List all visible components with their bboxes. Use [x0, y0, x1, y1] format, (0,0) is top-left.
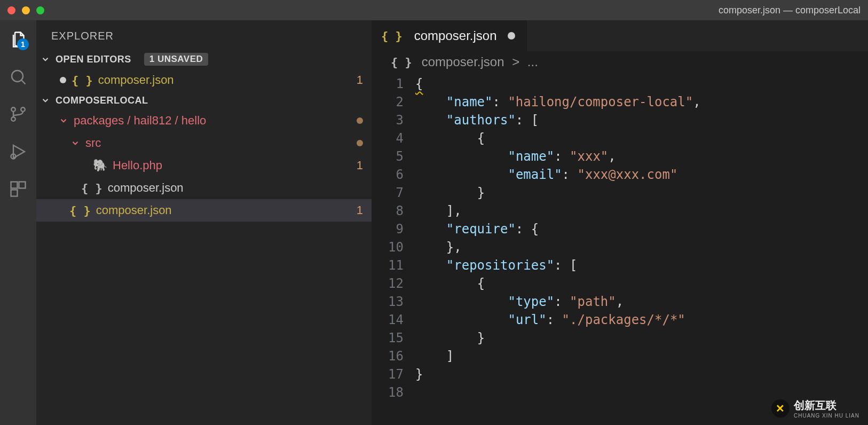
code-content[interactable]: "repositories": [	[415, 256, 868, 274]
code-content[interactable]: {	[415, 274, 868, 293]
line-number: 16	[372, 347, 415, 365]
php-file-icon: 🐘	[93, 159, 107, 172]
code-content[interactable]: "name": "xxx",	[415, 147, 868, 166]
code-line[interactable]: 5 "name": "xxx",	[372, 147, 868, 166]
code-line[interactable]: 6 "email": "xxx@xxx.com"	[372, 166, 868, 184]
line-number: 1	[372, 75, 415, 93]
chevron-down-icon	[40, 95, 51, 106]
search-tab[interactable]	[9, 67, 28, 86]
line-number: 12	[372, 274, 415, 293]
json-file-icon: { }	[391, 56, 412, 69]
unsaved-pill: 1 UNSAVED	[144, 53, 209, 66]
tree-row[interactable]: packages / hail812 / hello	[36, 109, 372, 132]
explorer-badge: 1	[17, 38, 29, 50]
code-content[interactable]: }	[415, 184, 868, 202]
watermark-sub: CHUANG XIN HU LIAN	[794, 413, 859, 419]
code-line[interactable]: 7 }	[372, 184, 868, 202]
code-content[interactable]: "type": "path",	[415, 293, 868, 311]
svg-rect-8	[19, 182, 26, 188]
chevron-down-icon	[40, 53, 51, 65]
workspace-section[interactable]: COMPOSERLOCAL	[36, 91, 372, 109]
window-controls	[7, 6, 44, 14]
code-content[interactable]: }	[415, 365, 868, 383]
svg-rect-7	[11, 182, 18, 188]
line-number: 2	[372, 93, 415, 111]
code-content[interactable]: ],	[415, 202, 868, 220]
code-line[interactable]: 11 "repositories": [	[372, 256, 868, 274]
code-content[interactable]: ]	[415, 347, 868, 365]
breadcrumb-rest: ...	[527, 54, 538, 69]
open-editors-label: OPEN EDITORS	[56, 54, 131, 65]
line-number: 7	[372, 184, 415, 202]
svg-point-3	[11, 117, 15, 121]
code-line[interactable]: 12 {	[372, 274, 868, 293]
line-number: 6	[372, 166, 415, 184]
code-line[interactable]: 17}	[372, 365, 868, 383]
code-line[interactable]: 16 ]	[372, 347, 868, 365]
window-titlebar: composer.json — composerLocal	[0, 0, 868, 20]
line-number: 9	[372, 220, 415, 238]
code-editor[interactable]: 1{2 "name": "hailong/composer-local",3 "…	[372, 73, 868, 425]
code-content[interactable]: "url": "./packages/*/*"	[415, 311, 868, 329]
tree-label: Hello.php	[113, 159, 162, 172]
dirty-dot-icon	[60, 77, 66, 83]
open-editor-item[interactable]: { } composer.json 1	[36, 69, 372, 91]
code-line[interactable]: 13 "type": "path",	[372, 293, 868, 311]
maximize-window-button[interactable]	[36, 6, 44, 14]
chevron-down-icon	[69, 138, 81, 148]
line-number: 10	[372, 238, 415, 256]
modified-dot-icon	[357, 117, 363, 124]
svg-point-4	[21, 107, 25, 112]
tree-row[interactable]: 🐘Hello.php1	[36, 154, 372, 177]
code-content[interactable]: "require": {	[415, 220, 868, 238]
code-line[interactable]: 14 "url": "./packages/*/*"	[372, 311, 868, 329]
code-line[interactable]: 3 "authors": [	[372, 111, 868, 129]
code-content[interactable]: {	[415, 129, 868, 147]
code-line[interactable]: 4 {	[372, 129, 868, 147]
tree-row[interactable]: { }composer.json	[36, 177, 372, 199]
chevron-down-icon	[58, 116, 69, 125]
breadcrumb[interactable]: { } composer.json > ...	[372, 51, 868, 73]
code-content[interactable]: "authors": [	[415, 111, 868, 129]
tab-dirty-dot-icon	[508, 32, 515, 40]
line-number: 4	[372, 129, 415, 147]
run-debug-tab[interactable]	[9, 142, 28, 161]
code-line[interactable]: 2 "name": "hailong/composer-local",	[372, 93, 868, 111]
code-line[interactable]: 8 ],	[372, 202, 868, 220]
tree-row[interactable]: src	[36, 132, 372, 154]
json-file-icon: { }	[81, 182, 102, 195]
editor-area: { } composer.json { } composer.json > ..…	[372, 20, 868, 425]
tree-label: packages / hail812 / hello	[74, 114, 206, 128]
tree-row[interactable]: { }composer.json1	[36, 199, 372, 222]
code-content[interactable]: }	[415, 329, 868, 347]
close-window-button[interactable]	[7, 6, 15, 14]
code-content[interactable]: },	[415, 238, 868, 256]
line-number: 14	[372, 311, 415, 329]
code-line[interactable]: 15 }	[372, 329, 868, 347]
code-content[interactable]: "email": "xxx@xxx.com"	[415, 166, 868, 184]
open-editor-filename: composer.json	[98, 73, 174, 87]
minimize-window-button[interactable]	[22, 6, 30, 14]
code-content[interactable]: "name": "hailong/composer-local",	[415, 93, 868, 111]
svg-point-2	[11, 107, 15, 112]
code-line[interactable]: 9 "require": {	[372, 220, 868, 238]
workspace-label: COMPOSERLOCAL	[56, 95, 148, 106]
code-content[interactable]: {	[415, 75, 868, 93]
problems-count: 1	[357, 159, 363, 172]
source-control-tab[interactable]	[9, 105, 28, 124]
activity-bar: 1	[0, 20, 36, 425]
breadcrumb-separator: >	[509, 54, 523, 69]
explorer-tab[interactable]: 1	[9, 30, 28, 49]
line-number: 11	[372, 256, 415, 274]
editor-tab-name: composer.json	[414, 28, 497, 43]
watermark: ✕ 创新互联 CHUANG XIN HU LIAN	[771, 398, 859, 419]
code-line[interactable]: 10 },	[372, 238, 868, 256]
line-number: 13	[372, 293, 415, 311]
editor-tab[interactable]: { } composer.json	[372, 20, 527, 51]
extensions-tab[interactable]	[9, 179, 28, 199]
open-editors-section[interactable]: OPEN EDITORS 1 UNSAVED	[36, 50, 372, 69]
editor-tabbar: { } composer.json	[372, 20, 868, 51]
problems-count: 1	[357, 203, 363, 217]
extensions-icon	[9, 179, 28, 199]
code-line[interactable]: 1{	[372, 75, 868, 93]
